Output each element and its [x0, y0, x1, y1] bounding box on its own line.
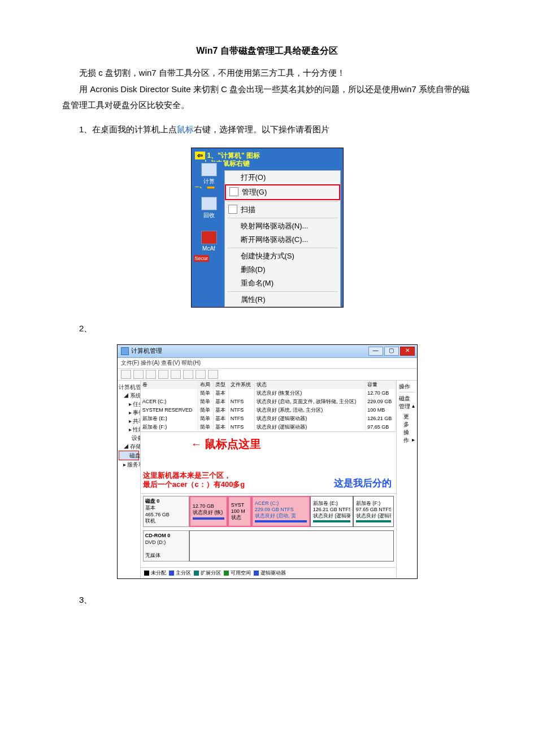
- toolbar-button[interactable]: [171, 370, 181, 379]
- menu-delete[interactable]: 删除(D): [225, 263, 340, 277]
- menu-unmap-drive[interactable]: 断开网络驱动器(C)...: [225, 233, 340, 247]
- step-3: 3、: [62, 595, 472, 606]
- tree-root[interactable]: 计算机管理(本地): [119, 383, 139, 391]
- maximize-button[interactable]: ▢: [384, 347, 399, 356]
- nav-tree: 计算机管理(本地) ◢ 系统工具 ▸ 任务计划程序 ▸ 事件查看器 ▸ 共享文件…: [118, 381, 141, 578]
- toolbar-button[interactable]: [196, 370, 206, 379]
- tree-system-tools[interactable]: ◢ 系统工具: [119, 391, 139, 400]
- col-status[interactable]: 状态: [254, 381, 365, 389]
- tree-task-scheduler[interactable]: ▸ 任务计划程序: [119, 400, 139, 408]
- scan-icon: [228, 205, 237, 214]
- table-row[interactable]: 新加卷 (E:)简单基本NTFS状态良好 (逻辑驱动器)126.21 GB: [141, 414, 396, 423]
- menu-open[interactable]: 打开(O): [225, 171, 340, 184]
- table-header-row: 卷 布局 类型 文件系统 状态 容量: [141, 381, 396, 389]
- minimize-button[interactable]: —: [368, 347, 383, 356]
- window-app-icon: [121, 347, 129, 355]
- col-type[interactable]: 类型: [214, 381, 229, 389]
- partition-recovery[interactable]: 12.70 GB 状态良好 (恢): [189, 496, 228, 527]
- disk-0-header[interactable]: 磁盘 0 基本 465.76 GB 联机: [143, 496, 189, 527]
- volume-table: 卷 布局 类型 文件系统 状态 容量 简单基本状态良好 (恢复分区)12.70 …: [141, 381, 396, 432]
- toolbar-button[interactable]: [158, 370, 168, 379]
- table-row[interactable]: ACER (C:)简单基本NTFS状态良好 (启动, 页面文件, 故障转储, 主…: [141, 398, 396, 406]
- table-row[interactable]: 新加卷 (F:)简单基本NTFS状态良好 (逻辑驱动器)97.65 GB: [141, 423, 396, 432]
- actions-more[interactable]: 更多操作 ▸: [399, 413, 415, 444]
- annotation-my-new-partitions: 这是我后分的: [334, 477, 392, 490]
- tree-services-apps[interactable]: ▸ 服务和应用程序: [119, 460, 139, 469]
- menu-properties[interactable]: 属性(R): [225, 293, 340, 306]
- partition-system-reserved[interactable]: SYST 100 M 状态: [228, 496, 251, 527]
- legend: 未分配 主分区 扩展分区 可用空间 逻辑驱动器: [141, 567, 396, 578]
- legend-primary-icon: [169, 571, 174, 576]
- close-button[interactable]: ✕: [400, 347, 415, 356]
- cdrom-empty: [189, 530, 394, 561]
- toolbar: [118, 369, 417, 381]
- actions-disk-management[interactable]: 磁盘管理 ▴: [399, 395, 415, 411]
- col-volume[interactable]: 卷: [141, 381, 198, 389]
- forward-button[interactable]: [133, 370, 144, 379]
- desktop-computer-icon[interactable]: 计算: [194, 162, 224, 187]
- window-titlebar: 计算机管理 — ▢ ✕: [118, 345, 417, 358]
- tree-device-manager[interactable]: 设备管理器: [119, 434, 139, 442]
- window-title: 计算机管理: [131, 347, 162, 355]
- table-row[interactable]: SYSTEM RESERVED简单基本NTFS状态良好 (系统, 活动, 主分区…: [141, 406, 396, 414]
- actions-header: 操作: [399, 383, 415, 392]
- toolbar-button[interactable]: [183, 370, 193, 379]
- legend-unallocated-icon: [144, 571, 149, 576]
- intro-paragraph-1: 无损 c 盘切割，win7 自带工具分区，不用使用第三方工具，十分方便！: [62, 65, 472, 81]
- tree-performance[interactable]: ▸ 性能: [119, 425, 139, 434]
- col-fs[interactable]: 文件系统: [228, 381, 254, 389]
- col-capacity[interactable]: 容量: [366, 381, 396, 389]
- back-button[interactable]: [121, 370, 131, 379]
- actions-pane: 操作 磁盘管理 ▴ 更多操作 ▸: [396, 381, 417, 578]
- disk-layout-pane: 磁盘 0 基本 465.76 GB 联机 12.70 GB 状态良好 (恢): [141, 493, 396, 567]
- desktop-recycle-icon[interactable]: 回收: [194, 196, 224, 221]
- partition-f[interactable]: 新加卷 (F:) 97.65 GB NTFS 状态良好 (逻辑驱: [353, 496, 394, 527]
- tree-disk-management[interactable]: 磁盘管理: [119, 451, 139, 460]
- partition-e[interactable]: 新加卷 (E:) 126.21 GB NTFS 状态良好 (逻辑驱: [310, 496, 353, 527]
- menu-bar[interactable]: 文件(F) 操作(A) 查看(V) 帮助(H): [118, 358, 417, 369]
- menu-rename[interactable]: 重命名(M): [225, 277, 340, 290]
- mouse-link[interactable]: 鼠标: [177, 124, 194, 134]
- cdrom-header[interactable]: CD-ROM 0 DVD (D:) 无媒体: [143, 530, 189, 561]
- annotation-original-partitions: 这里新机器本来是三个区， 最后一个acer（c：）有400多g: [143, 471, 245, 490]
- caret-up-icon: ▴: [412, 403, 415, 409]
- tree-storage[interactable]: ◢ 存储: [119, 442, 139, 451]
- legend-extended-icon: [194, 571, 199, 576]
- toolbar-button[interactable]: [208, 370, 218, 379]
- legend-free-icon: [224, 571, 229, 576]
- col-layout[interactable]: 布局: [198, 381, 214, 389]
- menu-scan[interactable]: 扫描: [225, 203, 340, 217]
- figure-2-computer-management: 计算机管理 — ▢ ✕ 文件(F) 操作(A) 查看(V) 帮助(H): [117, 344, 418, 579]
- context-menu: 打开(O) 管理(G) 扫描 映射网络驱动器(N)... 断开网络驱动器(C).…: [224, 170, 341, 307]
- legend-logical-icon: [254, 571, 259, 576]
- toolbar-button[interactable]: [146, 370, 156, 379]
- left-arrow-icon: ⇦: [195, 152, 205, 159]
- desktop-mcafee-label: Secur: [194, 255, 210, 262]
- tree-event-viewer[interactable]: ▸ 事件查看器: [119, 408, 139, 417]
- chevron-right-icon: ▸: [412, 437, 415, 443]
- step-2: 2、: [62, 323, 472, 334]
- shield-icon: [229, 187, 238, 196]
- page-title: Win7 自带磁盘管理工具给硬盘分区: [62, 45, 472, 57]
- table-row[interactable]: 简单基本状态良好 (恢复分区)12.70 GB: [141, 389, 396, 398]
- partition-c[interactable]: ACER (C:) 229.09 GB NTFS 状态良好 (启动, 页: [251, 496, 310, 527]
- step-1: 1、在桌面我的计算机上点鼠标右键，选择管理。以下操作请看图片: [62, 122, 472, 138]
- menu-create-shortcut[interactable]: 创建快捷方式(S): [225, 249, 340, 263]
- menu-manage[interactable]: 管理(G): [225, 184, 340, 200]
- tree-shared-folders[interactable]: ▸ 共享文件夹: [119, 417, 139, 425]
- menu-map-drive[interactable]: 映射网络驱动器(N)...: [225, 219, 340, 233]
- figure-1-context-menu: ⇦1、"计算机" 图标 上点击鼠标右键 2、 计算 回收 McAf Secur …: [191, 148, 344, 308]
- desktop-mcafee-icon[interactable]: McAf: [194, 230, 224, 253]
- intro-paragraph-2: 用 Acronis Disk Director Suite 来切割 C 盘会出现…: [62, 81, 472, 114]
